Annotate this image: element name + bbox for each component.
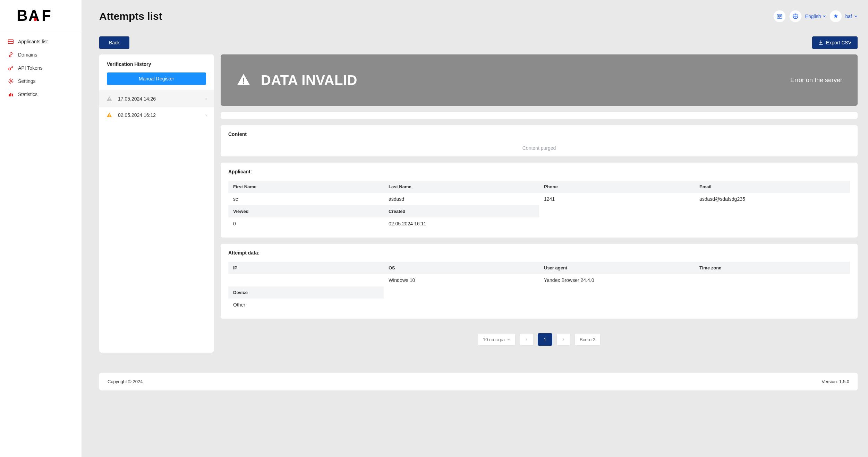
detail-area: DATA INVALID Error on the server Content… bbox=[221, 54, 858, 354]
sidebar-item-applicants-list[interactable]: Applicants list bbox=[0, 35, 82, 48]
svg-point-12 bbox=[778, 15, 780, 17]
manual-register-button[interactable]: Manual Register bbox=[107, 72, 206, 85]
chevron-down-icon bbox=[507, 338, 510, 341]
spacer-card bbox=[221, 112, 858, 119]
val-viewed: 0 bbox=[228, 217, 384, 230]
warning-triangle-icon bbox=[106, 112, 112, 118]
col-last-name: Last Name bbox=[384, 181, 539, 193]
subheader: Back Export CSV bbox=[82, 32, 868, 54]
logo: B A F bbox=[0, 0, 82, 32]
col-phone: Phone bbox=[539, 181, 695, 193]
svg-rect-19 bbox=[243, 83, 244, 84]
export-label: Export CSV bbox=[826, 40, 851, 45]
svg-rect-18 bbox=[243, 78, 244, 82]
brand-logo: B A F bbox=[17, 8, 65, 24]
globe-button[interactable] bbox=[789, 10, 802, 23]
sidebar-item-domains[interactable]: Domains bbox=[0, 48, 82, 61]
sidebar-item-api-tokens[interactable]: API Tokens bbox=[0, 61, 82, 75]
applicant-panel: Applicant: First Name Last Name Phone Em… bbox=[221, 163, 858, 238]
svg-rect-14 bbox=[109, 98, 110, 100]
header: Attempts list English baf bbox=[82, 0, 868, 32]
page-title: Attempts list bbox=[92, 10, 162, 22]
attempt-panel-title: Attempt data: bbox=[221, 244, 858, 262]
svg-rect-17 bbox=[109, 116, 110, 117]
profile-card-button[interactable] bbox=[773, 10, 786, 23]
export-csv-button[interactable]: Export CSV bbox=[812, 36, 858, 49]
link-icon bbox=[8, 52, 14, 58]
download-icon bbox=[818, 40, 823, 45]
col-first-name: First Name bbox=[228, 181, 384, 193]
page-size-selector[interactable]: 10 на стра bbox=[478, 333, 516, 346]
val-last-name: asdasd bbox=[384, 193, 539, 205]
svg-text:F: F bbox=[42, 8, 51, 24]
applicant-panel-title: Applicant: bbox=[221, 163, 858, 181]
col-viewed: Viewed bbox=[228, 205, 384, 217]
svg-rect-5 bbox=[8, 41, 14, 42]
sidebar-item-label: Statistics bbox=[18, 92, 37, 97]
val-email: asdasd@sdafsdg235 bbox=[695, 193, 850, 205]
sidebar-item-statistics[interactable]: Statistics bbox=[0, 88, 82, 101]
bar-chart-icon bbox=[8, 91, 14, 97]
banner-subtitle: Error on the server bbox=[790, 77, 842, 84]
status-banner: DATA INVALID Error on the server bbox=[221, 54, 858, 106]
col-created: Created bbox=[384, 205, 539, 217]
history-timestamp: 02.05.2024 16:12 bbox=[118, 112, 156, 118]
banner-title: DATA INVALID bbox=[261, 72, 357, 88]
chevron-right-icon bbox=[562, 338, 565, 341]
footer: Copyright © 2024 Version: 1.5.0 bbox=[99, 373, 858, 390]
header-right: English baf bbox=[773, 10, 858, 23]
sidebar-item-label: Applicants list bbox=[18, 39, 48, 44]
history-item[interactable]: 02.05.2024 16:12 › bbox=[99, 107, 214, 123]
user-menu[interactable]: baf bbox=[845, 14, 858, 19]
history-item[interactable]: 17.05.2024 14:26 › bbox=[99, 90, 214, 107]
gear-icon bbox=[8, 78, 14, 84]
content-panel: Content Content purged bbox=[221, 125, 858, 156]
col-email: Email bbox=[695, 181, 850, 193]
chevron-right-icon: › bbox=[205, 96, 207, 101]
attempt-panel: Attempt data: IP OS User agent Time zone… bbox=[221, 244, 858, 319]
card-icon bbox=[8, 38, 14, 45]
user-label: baf bbox=[845, 14, 852, 19]
svg-point-2 bbox=[34, 18, 37, 21]
chevron-left-icon bbox=[525, 338, 528, 341]
warning-triangle-icon bbox=[236, 72, 251, 88]
history-title: Verification History bbox=[99, 54, 214, 72]
svg-rect-10 bbox=[12, 94, 13, 96]
star-button[interactable] bbox=[829, 10, 842, 23]
back-button[interactable]: Back bbox=[99, 36, 129, 49]
svg-rect-16 bbox=[109, 114, 110, 116]
pagination: 10 на стра 1 Всего 2 bbox=[221, 325, 858, 354]
sidebar-item-label: API Tokens bbox=[18, 65, 43, 71]
pager-total: Всего 2 bbox=[575, 333, 601, 346]
col-device: Device bbox=[228, 286, 384, 299]
val-os: Windows 10 bbox=[384, 274, 539, 286]
sidebar-item-settings[interactable]: Settings bbox=[0, 75, 82, 88]
language-label: English bbox=[805, 14, 821, 19]
svg-text:A: A bbox=[28, 8, 39, 24]
col-os: OS bbox=[384, 262, 539, 274]
sidebar: B A F Applicants list Domains bbox=[0, 0, 82, 457]
svg-rect-15 bbox=[109, 100, 110, 101]
val-time-zone bbox=[695, 274, 850, 286]
svg-point-7 bbox=[10, 80, 11, 82]
svg-text:B: B bbox=[17, 8, 27, 24]
chevron-down-icon bbox=[854, 15, 858, 18]
val-created: 02.05.2024 16:11 bbox=[384, 217, 539, 230]
footer-copyright: Copyright © 2024 bbox=[108, 379, 143, 384]
pager-page-1[interactable]: 1 bbox=[538, 333, 552, 346]
chevron-down-icon bbox=[823, 15, 826, 18]
val-device: Other bbox=[228, 299, 384, 311]
val-ip bbox=[228, 274, 384, 286]
pager-next[interactable] bbox=[556, 333, 570, 346]
svg-rect-8 bbox=[9, 94, 10, 96]
content-purged-text: Content purged bbox=[221, 143, 858, 156]
page-size-label: 10 на стра bbox=[483, 337, 505, 342]
key-icon bbox=[8, 65, 14, 71]
col-user-agent: User agent bbox=[539, 262, 695, 274]
footer-version: Version: 1.5.0 bbox=[822, 379, 850, 384]
language-selector[interactable]: English bbox=[805, 14, 826, 19]
pager-prev[interactable] bbox=[520, 333, 534, 346]
sidebar-item-label: Domains bbox=[18, 52, 37, 58]
chevron-right-icon: › bbox=[205, 113, 207, 118]
val-first-name: sc bbox=[228, 193, 384, 205]
